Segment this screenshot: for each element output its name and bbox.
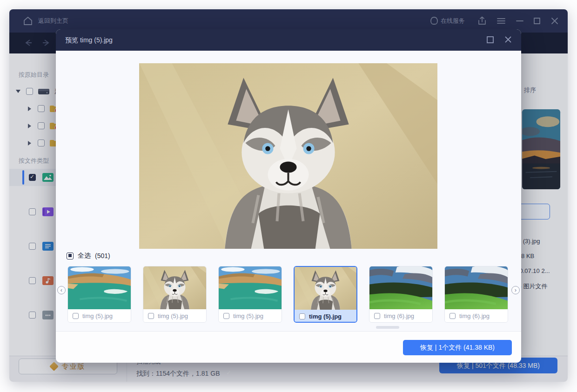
- thumbnail-image: [68, 266, 131, 309]
- thumbnail-image: [143, 266, 206, 309]
- modal-header: 预览 timg (5).jpg: [56, 29, 521, 51]
- strip-scrollbar[interactable]: [376, 326, 399, 329]
- thumbnail-name: timg (6).jpg: [459, 312, 490, 319]
- checkbox[interactable]: [450, 313, 456, 319]
- thumbnail-card[interactable]: timg (5).jpg: [67, 266, 131, 323]
- page: 返回到主页 在线服务: [0, 0, 577, 392]
- select-all-control[interactable]: 全选 (501): [67, 252, 110, 260]
- thumbnail-name: timg (5).jpg: [309, 313, 342, 320]
- thumbnail-image: [219, 266, 282, 309]
- thumbnail-card[interactable]: timg (6).jpg: [369, 266, 433, 323]
- modal-maximize-icon[interactable]: [486, 36, 495, 44]
- thumbnail-image: [445, 266, 508, 309]
- thumbnail-card-selected[interactable]: timg (5).jpg: [294, 266, 357, 323]
- thumbnail-card[interactable]: timg (5).jpg: [143, 266, 207, 323]
- checkbox[interactable]: [299, 313, 305, 319]
- strip-prev-button[interactable]: ‹: [57, 286, 66, 294]
- preview-image: [139, 63, 437, 249]
- preview-modal: 预览 timg (5).jpg 全选 (501) ‹ timg (5).jpg: [56, 29, 521, 363]
- thumbnail-card[interactable]: timg (5).jpg: [218, 266, 282, 323]
- checkbox[interactable]: [223, 313, 229, 319]
- thumbnail-image: [295, 267, 356, 310]
- modal-title: 预览 timg (5).jpg: [65, 29, 113, 51]
- thumbnail-name: timg (5).jpg: [233, 312, 263, 319]
- strip-next-button[interactable]: ›: [511, 286, 520, 294]
- checkbox[interactable]: [73, 313, 79, 319]
- select-all-label: 全选: [78, 252, 91, 260]
- thumbnail-name: timg (5).jpg: [82, 312, 113, 319]
- thumbnail-name: timg (6).jpg: [384, 312, 414, 319]
- select-all-checkbox[interactable]: [67, 252, 74, 259]
- recover-selected-button[interactable]: 恢复 | 1个文件 (41.38 KB): [403, 340, 512, 355]
- modal-close-icon[interactable]: [503, 36, 513, 44]
- thumbnail-name: timg (5).jpg: [158, 312, 188, 319]
- thumbnail-card[interactable]: timg (6).jpg: [444, 266, 508, 323]
- checkbox[interactable]: [374, 313, 380, 319]
- checkbox[interactable]: [148, 313, 154, 319]
- thumbnail-image: [369, 266, 432, 309]
- select-all-count: (501): [95, 252, 110, 259]
